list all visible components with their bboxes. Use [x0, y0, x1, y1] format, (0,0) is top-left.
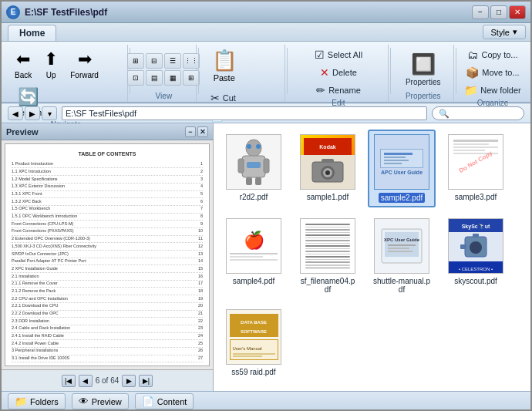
file-name-r2d2: r2d2.pdf — [240, 193, 268, 201]
forward-button[interactable]: ➡ Forward — [65, 46, 104, 83]
file-item-sf-filename04[interactable]: sf_filename04.pdf — [294, 214, 362, 298]
toc-line: 2 XPC Installation Guide15 — [12, 265, 203, 273]
svg-rect-22 — [473, 234, 479, 238]
view-btn-6[interactable]: ▤ — [146, 70, 163, 86]
kodak-preview: Kodak — [301, 135, 355, 189]
rename-icon: ✏ — [316, 84, 325, 96]
file-item-skyscout[interactable]: SkySc🔭ut • CELESTRON • s — [442, 214, 510, 298]
tab-home[interactable]: Home — [8, 25, 56, 41]
up-button[interactable]: ⬆ Up — [39, 46, 63, 83]
folders-label: Folders — [30, 397, 59, 406]
tab-row: Home Style ▾ — [2, 23, 530, 42]
file-name-sample1: sample1.pdf — [307, 193, 348, 201]
skyscout-preview: SkySc🔭ut • CELESTRON • — [449, 219, 503, 273]
ribbon: ⬅ Back ⬆ Up ➡ Forward 🔄 Refresh Navigate… — [2, 42, 530, 103]
svg-rect-23 — [460, 244, 466, 249]
svg-rect-17 — [388, 244, 416, 246]
rename-button[interactable]: ✏ Rename — [311, 82, 366, 99]
view-btn-1[interactable]: ⊞ — [127, 53, 144, 69]
maximize-button[interactable]: □ — [490, 5, 507, 19]
svg-point-12 — [325, 170, 330, 175]
svg-rect-4 — [246, 177, 252, 185]
preview-prev-btn[interactable]: ◀ — [79, 375, 93, 387]
back-button[interactable]: ⬅ Back — [9, 46, 37, 83]
toc-line: 1.5.1 OPC Workbench Introduction8 — [12, 214, 203, 221]
properties-button[interactable]: 🔲 Properties — [400, 49, 446, 90]
toc-title: TABLE OF CONTENTS — [12, 150, 203, 158]
file-item-sample2[interactable]: APC User Guide sample2.pdf — [368, 130, 436, 207]
preview-header: Preview − ✕ — [2, 123, 213, 140]
address-input[interactable]: E:\SF TestFiles\pdf — [62, 106, 427, 120]
file-browser[interactable]: r2d2.pdf Kodak — [214, 123, 530, 391]
toc-line: 2.4.1 Install the RAID Cable24 — [12, 333, 203, 341]
view-btn-5[interactable]: ⊡ — [127, 70, 144, 86]
toc-line: 1 Product Introduction1 — [12, 161, 203, 169]
separator-3 — [287, 48, 288, 94]
toc-line: Parallel Port Adapter AT PC Printer Port… — [12, 258, 203, 266]
view-btn-3[interactable]: ☰ — [164, 53, 181, 69]
cut-button[interactable]: ✂ Cut — [205, 89, 252, 106]
toc-line: 2.4 Cable and Rack Installation23 — [12, 325, 203, 333]
search-input[interactable]: 🔍 — [432, 106, 524, 120]
app-icon: E — [6, 5, 20, 19]
cut-icon: ✂ — [210, 92, 220, 104]
preview-document: TABLE OF CONTENTS 1 Product Introduction… — [5, 144, 209, 366]
view-btn-7[interactable]: ▦ — [164, 70, 181, 86]
file-item-ss59-raid[interactable]: DATA BASE SOFTWARE User's Manual ss59 ra… — [220, 305, 288, 381]
sample3-preview — [449, 135, 503, 189]
new-folder-button[interactable]: 📁 New folder — [459, 82, 527, 99]
preview-minimize-btn[interactable]: − — [185, 126, 196, 137]
properties-section: 🔲 Properties Properties — [392, 45, 454, 102]
addr-back-button[interactable]: ◀ — [8, 106, 23, 120]
search-icon: 🔍 — [439, 109, 450, 119]
tab-content[interactable]: 📄 Content — [135, 393, 194, 409]
minimize-button[interactable]: − — [472, 5, 489, 19]
toc-line: 2 Extended OPC Overview (CDR-1200-3)11 — [12, 236, 203, 244]
preview-next-btn[interactable]: ▶ — [122, 375, 136, 387]
toc-line: 1.3 XPC Exterior Discussion4 — [12, 184, 203, 191]
preview-header-buttons: − ✕ — [185, 126, 208, 137]
file-item-sample3[interactable]: sample3.pdf — [442, 130, 510, 207]
window-controls: − □ ✕ — [472, 5, 526, 19]
file-item-sample4[interactable]: 🍎 sample4.pdf — [220, 214, 288, 298]
delete-button[interactable]: ✕ Delete — [315, 64, 362, 81]
svg-point-7 — [256, 144, 261, 149]
preview-nav: |◀ ◀ 6 of 64 ▶ ▶| — [2, 369, 213, 391]
file-item-shuttle-manual[interactable]: XPC User Guide shuttle-manual.pdf — [368, 214, 436, 298]
file-item-r2d2[interactable]: r2d2.pdf — [220, 130, 288, 207]
file-thumbnail-r2d2 — [226, 134, 281, 190]
addr-forward-button[interactable]: ▶ — [25, 106, 40, 120]
file-thumbnail-sample1: Kodak — [300, 134, 355, 190]
paste-icon: 📋 — [212, 49, 237, 72]
tab-folders[interactable]: 📁 Folders — [8, 393, 66, 409]
toc-line: 3 Peripheral Installations26 — [12, 348, 203, 355]
copy-to-button[interactable]: 🗂 Copy to... — [462, 46, 523, 63]
move-to-button[interactable]: 📦 Move to... — [460, 64, 524, 81]
svg-rect-2 — [238, 159, 244, 173]
preview-page-label: 6 of 64 — [96, 376, 120, 385]
select-all-button[interactable]: ☑ Select All — [309, 46, 368, 63]
toc-line: Front Connections (PXAS/PAXS)10 — [12, 228, 203, 236]
paste-button[interactable]: 📋 Paste — [205, 46, 244, 85]
delete-icon: ✕ — [320, 66, 329, 79]
style-button[interactable]: Style ▾ — [483, 25, 526, 39]
preview-close-btn[interactable]: ✕ — [197, 126, 208, 137]
preview-first-btn[interactable]: |◀ — [62, 375, 76, 387]
back-icon: ⬅ — [16, 49, 30, 69]
toc-line: 1.3.2 XPC Back6 — [12, 198, 203, 206]
file-thumbnail-sample3 — [448, 134, 503, 190]
content-icon: 📄 — [142, 396, 154, 407]
view-section: ⊞ ⊟ ☰ ⋮⋮ ⊡ ▤ ▦ ⊞ View — [132, 45, 197, 102]
file-thumbnail-ss59-raid: DATA BASE SOFTWARE User's Manual — [226, 309, 281, 365]
preview-last-btn[interactable]: ▶| — [139, 375, 153, 387]
forward-icon: ➡ — [78, 49, 92, 69]
clipboard-section: 📋 Paste ✂ Cut 📄 Copy Clipboard — [200, 45, 285, 102]
close-button[interactable]: ✕ — [509, 5, 526, 19]
file-item-sample1[interactable]: Kodak sample1.pdf — [294, 130, 362, 207]
r2d2-preview — [227, 135, 281, 189]
file-name-sample2: sample2.pdf — [379, 193, 425, 203]
navigate-section: ⬅ Back ⬆ Up ➡ Forward 🔄 Refresh Navigate — [5, 45, 128, 102]
tab-preview[interactable]: 👁 Preview — [72, 393, 129, 409]
view-btn-2[interactable]: ⊟ — [146, 53, 163, 69]
addr-down-button[interactable]: ▾ — [42, 106, 57, 120]
